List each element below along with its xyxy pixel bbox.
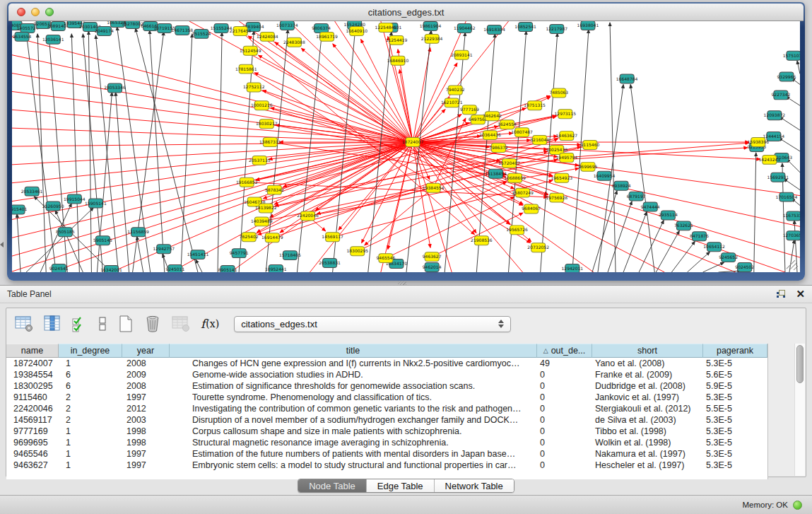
table-cell[interactable]: 0	[537, 414, 592, 426]
tab-node-table[interactable]: Node Table	[298, 479, 366, 492]
table-cell[interactable]: 9465546	[6, 448, 59, 460]
table-row[interactable]: 946362711997Embryonic stem cells: a mode…	[6, 460, 767, 471]
table-cell[interactable]: Tourette syndrome. Phenomenology and cla…	[170, 392, 537, 403]
panel-collapse-arrow-icon[interactable]	[0, 242, 4, 247]
table-row[interactable]: 2242004622012Investigating the contribut…	[6, 403, 767, 414]
table-cell[interactable]: Estimation of significance thresholds fo…	[170, 380, 537, 392]
table-cell[interactable]: 0	[537, 460, 592, 471]
table-cell[interactable]: 0	[537, 403, 592, 414]
table-cell[interactable]: Stergiakouli et al. (2012)	[592, 403, 703, 414]
table-cell[interactable]: 2008	[122, 358, 170, 369]
table-cell[interactable]: 5.3E-5	[703, 426, 767, 437]
close-panel-icon[interactable]: ✕	[796, 289, 805, 299]
function-builder-icon[interactable]: f(x)	[201, 314, 219, 334]
table-cell[interactable]: 1998	[122, 426, 170, 437]
table-cell[interactable]: 5.6E-5	[703, 369, 767, 380]
table-cell[interactable]: Investigating the contribution of common…	[170, 403, 537, 414]
table-cell[interactable]: 0	[537, 426, 592, 437]
table-cell[interactable]: 1	[59, 426, 122, 437]
table-cell[interactable]: 1997	[122, 448, 170, 460]
table-cell[interactable]: Hescheler et al. (1997)	[592, 460, 703, 471]
column-header-short[interactable]: short	[592, 344, 703, 358]
column-header-in-degree[interactable]: in_degree	[59, 344, 122, 358]
table-cell[interactable]: 5.5E-5	[703, 403, 767, 414]
table-cell[interactable]: 9777169	[6, 426, 59, 437]
table-cell[interactable]: 2009	[122, 369, 170, 380]
table-cell[interactable]: 5.3E-5	[703, 437, 767, 448]
table-cell[interactable]: 1	[59, 437, 122, 448]
table-cell[interactable]: 0	[537, 437, 592, 448]
float-panel-icon[interactable]	[776, 289, 787, 299]
table-scrollbar-thumb[interactable]	[796, 345, 804, 383]
table-cell[interactable]: 5.3E-5	[703, 460, 767, 471]
memory-status-icon[interactable]	[793, 501, 802, 510]
table-cell[interactable]: 18724007	[6, 358, 59, 369]
table-cell[interactable]: 1998	[122, 437, 170, 448]
table-cell[interactable]: de Silva et al. (2003)	[592, 414, 703, 426]
table-row[interactable]: 969969511998Structural magnetic resonanc…	[6, 437, 767, 448]
table-cell[interactable]: 5.3E-5	[703, 448, 767, 460]
table-cell[interactable]: Changes of HCN gene expression and I(f) …	[170, 358, 537, 369]
table-cell[interactable]: Disruption of a novel member of a sodium…	[170, 414, 537, 426]
table-cell[interactable]: Genome-wide association studies in ADHD.	[170, 369, 537, 380]
table-cell[interactable]: 2	[59, 414, 122, 426]
table-cell[interactable]: 0	[537, 448, 592, 460]
table-chooser-dropdown[interactable]: citations_edges.txt	[234, 316, 511, 332]
table-cell[interactable]: 1997	[122, 392, 170, 403]
table-cell[interactable]: 1997	[122, 460, 170, 471]
table-cell[interactable]: 1	[59, 448, 122, 460]
table-cell[interactable]: 6	[59, 380, 122, 392]
table-scrollbar[interactable]	[794, 344, 805, 476]
table-settings-icon[interactable]	[15, 314, 33, 334]
table-cell[interactable]: 9115460	[6, 392, 59, 403]
table-row[interactable]: 946554611997Estimation of the future num…	[6, 448, 767, 460]
table-cell[interactable]: 2012	[122, 403, 170, 414]
table-row[interactable]: 1830029562008Estimation of significance …	[6, 380, 767, 392]
table-cell[interactable]: 19384554	[6, 369, 59, 380]
tab-edge-table[interactable]: Edge Table	[366, 479, 434, 492]
table-cell[interactable]: 1	[59, 358, 122, 369]
column-header-pagerank[interactable]: pagerank	[703, 344, 767, 358]
table-cell[interactable]: 5.3E-5	[703, 358, 767, 369]
column-header-title[interactable]: title	[170, 344, 537, 358]
table-cell[interactable]: Tibbo et al. (1998)	[592, 426, 703, 437]
table-row[interactable]: 1872400712008Changes of HCN gene express…	[6, 358, 767, 369]
table-cell[interactable]: Jankovic et al. (1997)	[592, 392, 703, 403]
table-cell[interactable]: 49	[537, 358, 592, 369]
canvas-resize-grip[interactable]	[787, 260, 798, 270]
table-cell[interactable]: 5.9E-5	[703, 380, 767, 392]
table-cell[interactable]: 5.3E-5	[703, 392, 767, 403]
window-titlebar[interactable]: citations_edges.txt	[8, 4, 804, 21]
select-all-icon[interactable]	[71, 314, 87, 334]
network-canvas[interactable]: 1640853140557249206511208914061839544720…	[12, 21, 800, 272]
table-row[interactable]: 911546021997Tourette syndrome. Phenomeno…	[6, 392, 767, 403]
table-cell[interactable]: 9699695	[6, 437, 59, 448]
table-cell[interactable]: Estimation of the future numbers of pati…	[170, 448, 537, 460]
rows-icon[interactable]	[98, 314, 107, 334]
column-header-year[interactable]: year	[122, 344, 170, 358]
table-row[interactable]: 977716911998Corpus callosum shape and si…	[6, 426, 767, 437]
table-cell[interactable]: 1	[59, 460, 122, 471]
table-column-icon[interactable]	[44, 314, 61, 334]
table-cell[interactable]: Wolkin et al. (1998)	[592, 437, 703, 448]
table-cell[interactable]: Structural magnetic resonance image aver…	[170, 437, 537, 448]
table-cell[interactable]: Embryonic stem cells: a model to study s…	[170, 460, 537, 471]
delete-rows-icon[interactable]	[144, 314, 161, 334]
table-cell[interactable]: 5.3E-5	[703, 414, 767, 426]
column-header-name[interactable]: name	[6, 344, 59, 358]
table-cell[interactable]: Yano et al. (2008)	[592, 358, 703, 369]
column-header-out-de-[interactable]: △out_de...	[537, 344, 592, 358]
table-cell[interactable]: 14569117	[6, 414, 59, 426]
table-cell[interactable]: Franke et al. (2009)	[592, 369, 703, 380]
table-cell[interactable]: 22420046	[6, 403, 59, 414]
table-cell[interactable]: 2003	[122, 414, 170, 426]
table-cell[interactable]: 0	[537, 380, 592, 392]
table-row[interactable]: 1938455462009Genome-wide association stu…	[6, 369, 767, 380]
table-cell[interactable]: 2	[59, 392, 122, 403]
delete-table-icon[interactable]	[172, 314, 190, 334]
table-cell[interactable]: 2008	[122, 380, 170, 392]
table-row[interactable]: 1456911722003Disruption of a novel membe…	[6, 414, 767, 426]
table-cell[interactable]: 2	[59, 403, 122, 414]
table-cell[interactable]: Dudbridge et al. (2008)	[592, 380, 703, 392]
table-cell[interactable]: 9463627	[6, 460, 59, 471]
